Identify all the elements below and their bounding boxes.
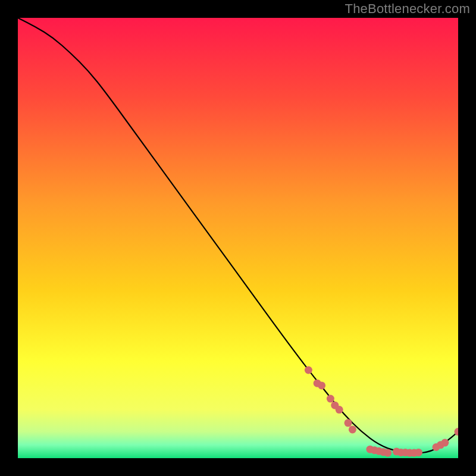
- data-marker: [305, 367, 312, 374]
- gradient-background: [18, 18, 458, 458]
- data-marker: [336, 406, 343, 414]
- data-marker: [327, 395, 334, 403]
- chart-svg: [18, 18, 458, 458]
- attribution-label: TheBottlenecker.com: [345, 1, 470, 17]
- data-marker: [345, 419, 352, 427]
- data-marker: [441, 439, 449, 447]
- data-marker: [349, 425, 356, 433]
- plot-area: [18, 18, 458, 458]
- data-marker: [384, 449, 392, 457]
- chart-frame: TheBottlenecker.com: [0, 0, 476, 476]
- data-marker: [415, 449, 422, 456]
- data-marker: [318, 381, 325, 389]
